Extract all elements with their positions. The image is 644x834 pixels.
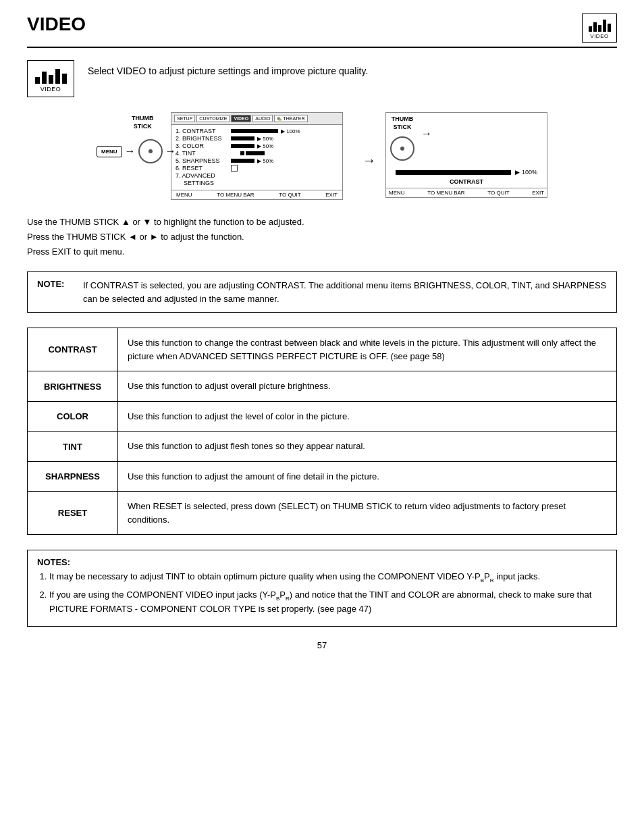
- tab-video: VIDEO: [231, 115, 251, 122]
- menu-footer-left: MENU TO MENU BAR TO QUIT EXIT: [171, 190, 342, 199]
- function-row-brightness: BRIGHTNESS Use this function to adjust o…: [27, 371, 617, 401]
- instructions: Use the THUMB STICK ▲ or ▼ to highlight …: [27, 215, 617, 259]
- menu-item-brightness: 2. BRIGHTNESS ▶ 50%: [176, 135, 338, 142]
- function-desc-reset: When RESET is selected, press down (SELE…: [118, 492, 616, 534]
- note-item-2: If you are using the COMPONENT VIDEO inp…: [49, 588, 607, 616]
- function-desc-sharpness: Use this function to adjust the amount o…: [118, 462, 389, 492]
- right-contrast-diagram: THUMBSTICK → ▶ 100% CONTRAST MENU TO MEN…: [385, 112, 547, 198]
- notes-bottom-label: NOTES:: [37, 557, 70, 567]
- function-label-brightness: BRIGHTNESS: [28, 371, 118, 401]
- function-rows: CONTRAST Use this function to change the…: [27, 328, 617, 535]
- tab-setup: SETUP: [174, 115, 195, 122]
- note-label: NOTE:: [37, 279, 72, 289]
- function-label-reset: RESET: [28, 492, 118, 534]
- tab-customize: CUSTOMIZE: [196, 115, 230, 122]
- instruction-3: Press EXIT to quit menu.: [27, 244, 617, 259]
- intro-text: Select VIDEO to adjust picture settings …: [88, 60, 368, 76]
- page-number: 57: [27, 640, 617, 650]
- menu-item-tint: 4. TINT: [176, 150, 338, 157]
- menu-item-advanced-sub: SETTINGS: [176, 180, 338, 186]
- menu-item-reset: 6. RESET: [176, 165, 338, 172]
- contrast-top: THUMBSTICK →: [386, 113, 547, 163]
- menu-button: MENU: [97, 146, 122, 157]
- function-row-contrast: CONTRAST Use this function to change the…: [27, 328, 617, 371]
- function-row-color: COLOR Use this function to adjust the le…: [27, 401, 617, 432]
- function-row-reset: RESET When RESET is selected, press down…: [27, 491, 617, 535]
- tab-audio: AUDIO: [252, 115, 273, 122]
- center-arrow: →: [363, 153, 376, 168]
- function-label-tint: TINT: [28, 432, 118, 461]
- thumb-label-right: THUMBSTICK: [392, 115, 414, 131]
- intro-icon-label: VIDEO: [41, 86, 61, 93]
- header-video-icon: VIDEO: [582, 14, 617, 43]
- function-desc-contrast: Use this function to change the contrast…: [118, 328, 616, 371]
- menu-item-advanced: 7. ADVANCED: [176, 172, 338, 179]
- function-label-contrast: CONTRAST: [28, 328, 118, 371]
- instruction-1: Use the THUMB STICK ▲ or ▼ to highlight …: [27, 215, 617, 230]
- contrast-bar-fill: [396, 170, 511, 175]
- thumb-label-left: THUMBSTICK: [132, 115, 154, 130]
- header-icon-bars: [589, 17, 611, 32]
- menu-topbar: SETUP CUSTOMIZE VIDEO AUDIO 🎭THEATER: [171, 113, 342, 125]
- contrast-footer: MENU TO MENU BAR TO QUIT EXIT: [386, 188, 547, 197]
- function-desc-color: Use this function to adjust the level of…: [118, 402, 359, 432]
- intro-icon-bars: [35, 65, 67, 84]
- circle-control-left: [138, 139, 163, 163]
- function-label-sharpness: SHARPNESS: [28, 462, 118, 492]
- left-menu-diagram: THUMBSTICK MENU → → SETUP CUSTOMIZE VIDE…: [97, 112, 353, 200]
- note-text: If CONTRAST is selected, you are adjusti…: [83, 279, 607, 305]
- intro-section: VIDEO Select VIDEO to adjust picture set…: [27, 60, 617, 97]
- notes-bottom-box: NOTES: It may be necessary to adjust TIN…: [27, 550, 617, 627]
- menu-box-left: SETUP CUSTOMIZE VIDEO AUDIO 🎭THEATER 1. …: [171, 112, 343, 200]
- menu-item-contrast: 1. CONTRAST ▶ 100%: [176, 128, 338, 134]
- header-icon-label: VIDEO: [590, 33, 608, 39]
- note-box: NOTE: If CONTRAST is selected, you are a…: [27, 271, 617, 313]
- function-row-sharpness: SHARPNESS Use this function to adjust th…: [27, 461, 617, 492]
- circle-control-right: [390, 136, 414, 161]
- diagram-section: THUMBSTICK MENU → → SETUP CUSTOMIZE VIDE…: [27, 112, 617, 200]
- function-row-tint: TINT Use this function to adjust flesh t…: [27, 431, 617, 461]
- function-desc-tint: Use this function to adjust flesh tones …: [118, 432, 375, 461]
- page-header: VIDEO VIDEO: [27, 14, 617, 48]
- contrast-bar-label: CONTRAST: [386, 178, 547, 188]
- tab-theater: 🎭THEATER: [274, 115, 307, 122]
- instruction-2: Press the THUMB STICK ◄ or ► to adjust t…: [27, 230, 617, 244]
- contrast-bar-area: ▶ 100%: [386, 163, 547, 178]
- function-desc-brightness: Use this function to adjust overall pict…: [118, 371, 340, 401]
- menu-items: 1. CONTRAST ▶ 100% 2. BRIGHTNESS ▶ 50% 3…: [171, 125, 342, 190]
- contrast-bar-value: ▶ 100%: [515, 169, 537, 176]
- left-controls: MENU → →: [97, 139, 176, 163]
- notes-list: It may be necessary to adjust TINT to ob…: [49, 570, 607, 616]
- menu-item-color: 3. COLOR ▶ 50%: [176, 142, 338, 149]
- page-title: VIDEO: [27, 14, 86, 35]
- intro-icon-box: VIDEO: [27, 60, 74, 97]
- menu-item-sharpness: 5. SHARPNESS ▶ 50%: [176, 157, 338, 164]
- right-arrow: →: [421, 115, 432, 140]
- function-label-color: COLOR: [28, 402, 118, 432]
- note-item-1: It may be necessary to adjust TINT to ob…: [49, 570, 607, 585]
